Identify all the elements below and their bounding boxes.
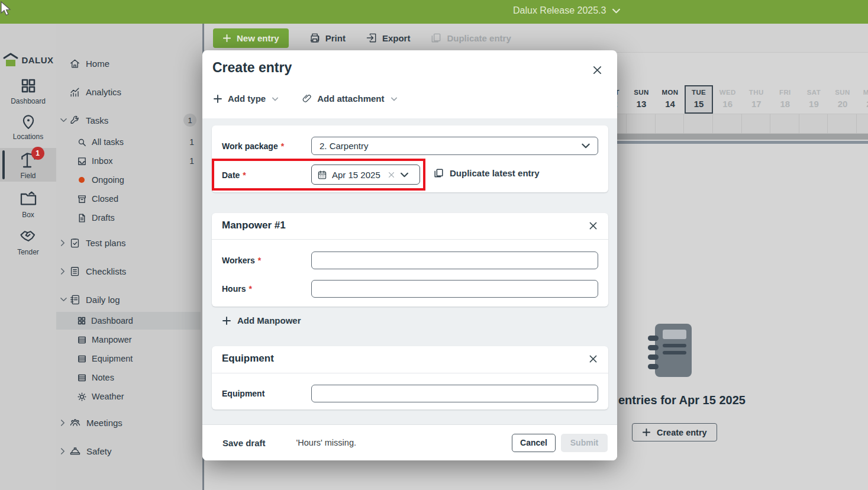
daily-log-notebook-icon (647, 323, 693, 378)
nav-item-ongoing[interactable]: Ongoing (56, 171, 201, 189)
rail-item-label: Box (22, 211, 34, 219)
export-icon (366, 32, 377, 44)
project-selector[interactable]: Dalux Release 2025.3 (513, 5, 620, 16)
remove-section-icon[interactable] (588, 221, 598, 231)
nav-item-safety[interactable]: Safety (56, 442, 201, 460)
calendar-cell[interactable] (857, 114, 868, 133)
create-entry-label: Create entry (657, 428, 707, 437)
duplicate-entry-button[interactable]: Duplicate entry (430, 32, 511, 44)
submit-button[interactable]: Submit (561, 434, 608, 452)
analytics-icon (69, 86, 80, 98)
nav-item-drafts[interactable]: Drafts (56, 209, 201, 227)
cancel-button[interactable]: Cancel (512, 434, 556, 452)
manpower-card-title: Manpower #1 (222, 220, 286, 231)
calendar-cell[interactable] (713, 114, 742, 133)
rail-item-label: Field (20, 172, 36, 180)
add-type-button[interactable]: Add type (213, 94, 278, 104)
calendar-cell[interactable] (627, 114, 656, 133)
rail-item-field[interactable]: 1 Field (0, 148, 56, 182)
calendar-day[interactable]: SUN 20 (828, 85, 857, 114)
rail-item-locations[interactable]: Locations (0, 112, 56, 141)
paperclip-icon (302, 93, 312, 104)
nav-item-label: Manpower (92, 335, 132, 344)
add-manpower-button[interactable]: Add Manpower (222, 315, 301, 325)
day-name: TUE (692, 89, 706, 96)
calendar-day[interactable]: SAT 19 (799, 85, 828, 114)
new-entry-label: New entry (237, 33, 279, 43)
meeting-people-icon (69, 417, 81, 428)
duplicate-latest-entry-button[interactable]: Duplicate latest entry (433, 167, 540, 179)
required-asterisk: * (258, 256, 261, 265)
nav-item-meetings[interactable]: Meetings (56, 414, 201, 431)
plus-icon (213, 94, 222, 104)
nav-item-all-tasks[interactable]: All tasks 1 (56, 133, 201, 151)
day-number: 14 (665, 99, 675, 109)
calendar-day[interactable]: FRI 18 (771, 85, 800, 114)
equipment-card-title: Equipment (222, 353, 274, 365)
dalux-logo[interactable]: DALUX (0, 52, 56, 67)
nav-item-label: All tasks (92, 137, 124, 147)
calendar-day-selected[interactable]: TUE 15 (685, 85, 714, 114)
create-entry-button[interactable]: Create entry (632, 423, 717, 441)
rail-item-tender[interactable]: Tender (0, 228, 56, 256)
calendar-cell[interactable] (828, 114, 857, 133)
hard-hat-icon (69, 446, 81, 457)
add-attachment-button[interactable]: Add attachment (302, 93, 396, 104)
nav-item-daily-log-dashboard[interactable]: Dashboard (56, 312, 201, 330)
table-icon (77, 335, 87, 345)
chevron-down-icon (272, 97, 278, 101)
rail-item-label: Locations (13, 133, 43, 141)
close-icon[interactable] (592, 65, 603, 76)
inbox-icon (77, 156, 87, 166)
duplicate-icon (433, 167, 444, 179)
nav-item-daily-log[interactable]: Daily log (56, 291, 201, 308)
work-package-label: Work package* (222, 141, 284, 151)
remove-section-icon[interactable] (588, 354, 598, 364)
table-icon (77, 354, 87, 364)
chevron-down-icon (612, 8, 620, 14)
chevron-down-icon (582, 143, 590, 149)
work-package-select[interactable]: 2. Carpentry (311, 137, 598, 155)
nav-item-checklists[interactable]: Checklists (56, 262, 201, 280)
calendar-day[interactable]: WED 16 (713, 85, 742, 114)
required-asterisk: * (281, 141, 284, 151)
nav-item-manpower[interactable]: Manpower (56, 331, 201, 349)
rail-item-dashboard[interactable]: Dashboard (0, 77, 56, 105)
chevron-right-icon (60, 268, 65, 275)
nav-item-closed[interactable]: Closed (56, 190, 201, 208)
day-number: 15 (694, 99, 704, 109)
nav-item-label: Meetings (86, 418, 122, 428)
module-rail: DALUX Dashboard Locations 1 Field Box Te… (0, 24, 56, 490)
calendar-day[interactable]: MON 21 (857, 85, 868, 114)
dashboard-grid-icon (20, 77, 37, 95)
nav-item-analytics[interactable]: Analytics (56, 83, 201, 101)
printer-icon (309, 32, 321, 44)
nav-item-weather[interactable]: Weather (56, 388, 201, 405)
export-button[interactable]: Export (366, 32, 411, 44)
hours-input[interactable] (311, 280, 598, 298)
calendar-day[interactable]: SUN 13 (627, 85, 656, 114)
workers-input[interactable] (311, 252, 598, 269)
print-button[interactable]: Print (309, 32, 346, 44)
calendar-cell[interactable] (656, 114, 685, 133)
nav-item-notes[interactable]: Notes (56, 369, 201, 386)
calendar-day[interactable]: MON 14 (656, 85, 685, 114)
calendar-cell[interactable] (684, 114, 713, 133)
chevron-right-icon (60, 448, 65, 454)
duplicate-entry-label: Duplicate entry (447, 33, 511, 43)
nav-item-equipment[interactable]: Equipment (56, 350, 201, 368)
nav-item-inbox[interactable]: Inbox 1 (56, 152, 201, 170)
save-draft-button[interactable]: Save draft (222, 438, 266, 448)
calendar-cell[interactable] (742, 114, 771, 133)
nav-item-label: Ongoing (92, 175, 124, 185)
calendar-cell[interactable] (799, 114, 828, 133)
nav-item-home[interactable]: Home (56, 54, 201, 72)
new-entry-button[interactable]: New entry (213, 28, 289, 48)
calendar-day[interactable]: THU 17 (742, 85, 771, 114)
nav-item-tasks[interactable]: Tasks 1 (56, 111, 201, 129)
day-name: MON (662, 89, 678, 96)
nav-item-test-plans[interactable]: Test plans (56, 234, 201, 252)
equipment-input[interactable] (311, 385, 598, 402)
calendar-cell[interactable] (770, 114, 799, 133)
rail-item-box[interactable]: Box (0, 189, 56, 219)
